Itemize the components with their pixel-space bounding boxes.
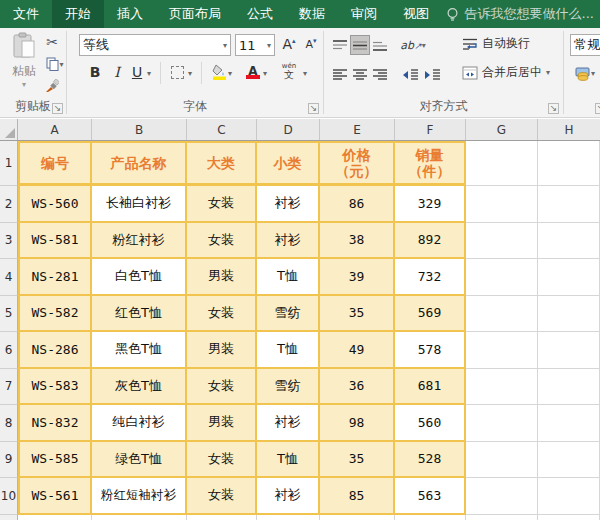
middle-align-button[interactable] <box>350 35 370 55</box>
increase-indent-button[interactable] <box>422 64 442 84</box>
row-header-4[interactable]: 4 <box>0 259 18 296</box>
wrap-text-button[interactable]: 自动换行 <box>462 35 530 52</box>
empty-cell[interactable] <box>466 405 538 442</box>
table-cell[interactable]: 569 <box>395 296 466 333</box>
table-cell[interactable]: WS-583 <box>18 369 92 406</box>
table-cell[interactable]: T恤 <box>257 332 320 369</box>
font-name-combo[interactable]: 等线 ▾ <box>79 34 231 56</box>
empty-cell[interactable] <box>466 296 538 333</box>
empty-cell[interactable] <box>538 259 600 296</box>
phonetic-guide-button[interactable]: wén 文 <box>279 61 299 81</box>
align-right-button[interactable] <box>370 64 390 84</box>
table-cell[interactable]: 男装 <box>187 405 257 442</box>
increase-font-size-button[interactable]: A▴ <box>279 34 299 54</box>
format-painter-button[interactable] <box>42 76 62 96</box>
table-cell[interactable]: WS-581 <box>18 223 92 260</box>
header-cell-id[interactable]: 编号 <box>18 141 92 186</box>
fill-color-dropdown-arrow[interactable]: ▾ <box>228 69 232 78</box>
decrease-indent-button[interactable] <box>400 64 420 84</box>
row-header-11[interactable] <box>0 515 18 520</box>
empty-cell[interactable] <box>538 442 600 479</box>
header-cell-price[interactable]: 价格 （元） <box>320 141 395 186</box>
table-cell[interactable]: NS-832 <box>18 405 92 442</box>
row-header-9[interactable]: 9 <box>0 442 18 479</box>
column-header-C[interactable]: C <box>187 119 257 140</box>
merge-center-button[interactable]: 合并后居中 ▾ <box>462 64 550 81</box>
row-header-5[interactable]: 5 <box>0 296 18 333</box>
select-all-corner[interactable] <box>0 119 18 140</box>
empty-cell[interactable] <box>466 259 538 296</box>
empty-cell[interactable] <box>466 332 538 369</box>
table-cell[interactable]: 86 <box>320 186 395 223</box>
table-cell[interactable]: 女装 <box>187 186 257 223</box>
table-cell[interactable]: 女装 <box>187 478 257 515</box>
table-cell[interactable]: T恤 <box>257 259 320 296</box>
table-cell[interactable]: 粉红衬衫 <box>92 223 187 260</box>
empty-cell[interactable] <box>538 223 600 260</box>
table-cell[interactable]: 578 <box>395 332 466 369</box>
phonetic-dropdown-arrow[interactable]: ▾ <box>303 69 307 78</box>
header-cell-subcategory[interactable]: 小类 <box>257 141 320 186</box>
table-cell[interactable]: 563 <box>395 478 466 515</box>
table-cell[interactable]: 49 <box>320 332 395 369</box>
empty-cell[interactable] <box>538 478 600 515</box>
header-cell-product[interactable]: 产品名称 <box>92 141 187 186</box>
table-cell[interactable]: 女装 <box>187 369 257 406</box>
number-dialog-launcher-icon[interactable]: ↘ <box>595 103 600 114</box>
empty-cell[interactable] <box>257 515 320 520</box>
align-center-button[interactable] <box>350 64 370 84</box>
tab-formulas[interactable]: 公式 <box>234 0 286 28</box>
borders-dropdown-arrow[interactable]: ▾ <box>188 69 192 78</box>
table-cell[interactable]: 528 <box>395 442 466 479</box>
font-color-dropdown-arrow[interactable]: ▾ <box>263 69 267 78</box>
font-dialog-launcher-icon[interactable]: ↘ <box>308 103 319 114</box>
empty-cell[interactable] <box>538 332 600 369</box>
row-header-6[interactable]: 6 <box>0 332 18 369</box>
table-cell[interactable]: 女装 <box>187 442 257 479</box>
borders-button[interactable] <box>167 62 187 82</box>
column-header-D[interactable]: D <box>257 119 320 140</box>
tab-view[interactable]: 视图 <box>390 0 442 28</box>
row-header-2[interactable]: 2 <box>0 186 18 223</box>
table-cell[interactable]: WS-585 <box>18 442 92 479</box>
tell-me-box[interactable]: 告诉我您想要做什么... <box>446 0 600 28</box>
empty-cell[interactable] <box>466 478 538 515</box>
empty-cell[interactable] <box>466 141 538 186</box>
bottom-align-button[interactable] <box>370 35 390 55</box>
alignment-dialog-launcher-icon[interactable]: ↘ <box>548 103 559 114</box>
table-cell[interactable]: 红色T恤 <box>92 296 187 333</box>
row-header-7[interactable]: 7 <box>0 369 18 406</box>
table-cell[interactable]: 长袖白衬衫 <box>92 186 187 223</box>
row-header-10[interactable]: 10 <box>0 478 18 515</box>
empty-cell[interactable] <box>466 369 538 406</box>
orientation-button[interactable]: ab↗ ▾ <box>400 35 426 55</box>
empty-cell[interactable] <box>466 186 538 223</box>
accounting-format-button[interactable]: ▾ <box>570 63 600 83</box>
tab-page-layout[interactable]: 页面布局 <box>156 0 234 28</box>
bold-button[interactable]: B <box>85 62 105 82</box>
empty-cell[interactable] <box>538 141 600 186</box>
table-cell[interactable]: 35 <box>320 296 395 333</box>
empty-cell[interactable] <box>466 223 538 260</box>
table-cell[interactable]: 绿色T恤 <box>92 442 187 479</box>
table-cell[interactable]: 39 <box>320 259 395 296</box>
table-cell[interactable]: 女装 <box>187 223 257 260</box>
table-cell[interactable]: 36 <box>320 369 395 406</box>
table-cell[interactable]: 黑色T恤 <box>92 332 187 369</box>
paste-button[interactable]: 粘贴 ▾ <box>4 32 44 96</box>
table-cell[interactable]: 白色T恤 <box>92 259 187 296</box>
align-left-button[interactable] <box>330 64 350 84</box>
fill-color-button[interactable] <box>209 62 229 82</box>
tab-review[interactable]: 审阅 <box>338 0 390 28</box>
top-align-button[interactable] <box>330 35 350 55</box>
tab-home[interactable]: 开始 <box>52 0 104 28</box>
empty-cell[interactable] <box>187 515 257 520</box>
table-cell[interactable]: 85 <box>320 478 395 515</box>
font-size-combo[interactable]: 11 ▾ <box>235 34 275 56</box>
table-cell[interactable]: WS-561 <box>18 478 92 515</box>
table-cell[interactable]: 560 <box>395 405 466 442</box>
column-header-G[interactable]: G <box>466 119 538 140</box>
table-cell[interactable]: WS-582 <box>18 296 92 333</box>
table-cell[interactable]: 雪纺 <box>257 369 320 406</box>
empty-cell[interactable] <box>466 442 538 479</box>
